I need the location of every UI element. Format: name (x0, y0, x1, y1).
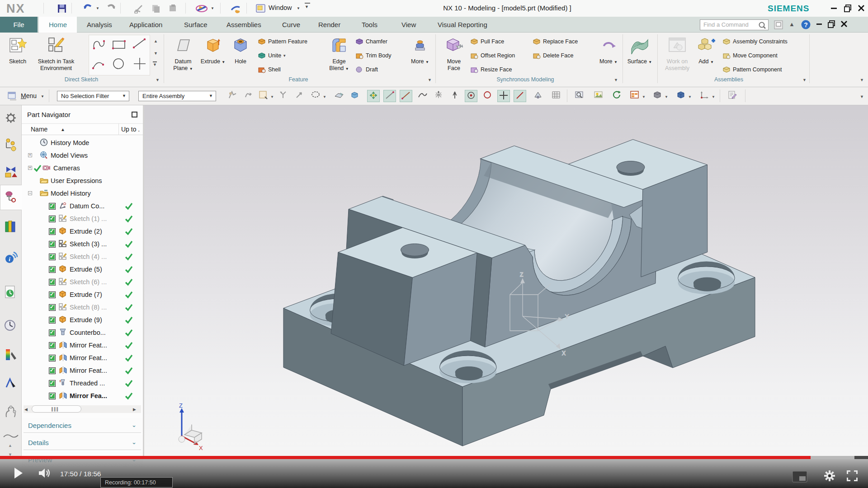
svg-text:Z: Z (520, 272, 523, 278)
svg-text:?: ? (804, 21, 808, 28)
svg-text:i: i (9, 256, 10, 263)
svg-text:Z: Z (179, 402, 183, 409)
svg-text:X: X (562, 350, 566, 357)
svg-text:Y: Y (565, 314, 569, 320)
svg-text:X: X (199, 445, 203, 451)
